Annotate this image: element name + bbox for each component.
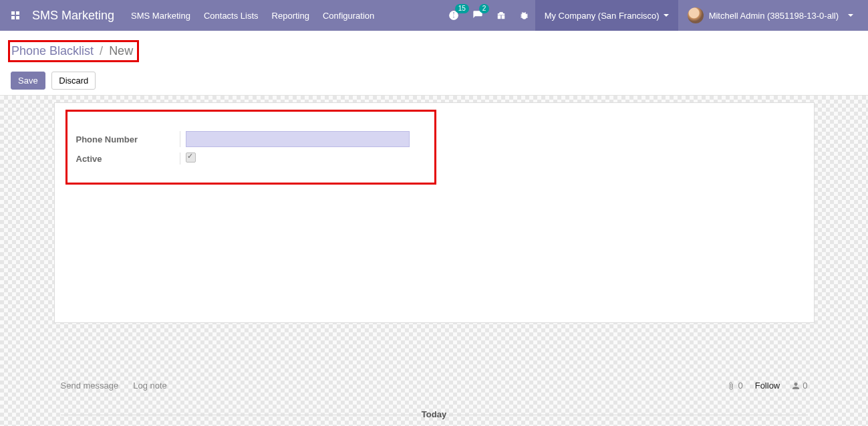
label-active: Active xyxy=(76,154,180,164)
discard-button[interactable]: Discard xyxy=(51,72,96,90)
message-separator: Today xyxy=(61,409,808,419)
user-icon xyxy=(792,382,800,390)
app-brand[interactable]: SMS Marketing xyxy=(31,9,124,23)
caret-down-icon xyxy=(664,14,669,17)
control-panel: Phone Blacklist / New Save Discard xyxy=(0,31,868,96)
save-button[interactable]: Save xyxy=(11,72,45,90)
apps-icon[interactable] xyxy=(0,0,31,31)
navbar: SMS Marketing SMS Marketing Contacts Lis… xyxy=(0,0,868,31)
main-content: Phone Number Active Send m xyxy=(0,96,868,426)
label-phone-number: Phone Number xyxy=(76,134,180,144)
user-name: Mitchell Admin (3851198-13-0-all) xyxy=(709,11,839,21)
caret-down-icon xyxy=(848,14,853,17)
attachments-count[interactable]: 0 xyxy=(727,381,742,391)
nav-item-sms-marketing[interactable]: SMS Marketing xyxy=(124,0,197,31)
nav-item-reporting[interactable]: Reporting xyxy=(265,0,316,31)
user-avatar xyxy=(688,7,704,23)
breadcrumb-parent[interactable]: Phone Blacklist xyxy=(11,44,94,58)
paperclip-icon xyxy=(727,382,735,390)
discuss-icon[interactable]: 2 xyxy=(466,0,490,31)
log-note-button[interactable]: Log note xyxy=(133,381,167,391)
chatter: Send message Log note 0 Follow 0 Today xyxy=(54,374,815,426)
nav-item-contacts-lists[interactable]: Contacts Lists xyxy=(197,0,265,31)
discuss-count: 2 xyxy=(479,4,490,13)
nav-item-configuration[interactable]: Configuration xyxy=(316,0,381,31)
user-menu[interactable]: Mitchell Admin (3851198-13-0-all) xyxy=(678,0,863,31)
activity-icon[interactable]: 15 xyxy=(442,0,466,31)
breadcrumb-current: New xyxy=(109,44,133,58)
follow-button[interactable]: Follow xyxy=(755,381,780,391)
nav-menu: SMS Marketing Contacts Lists Reporting C… xyxy=(124,0,381,31)
company-switcher[interactable]: My Company (San Francisco) xyxy=(535,0,678,31)
form-sheet: Phone Number Active xyxy=(54,102,815,323)
checkbox-active[interactable] xyxy=(186,152,196,163)
input-phone-number[interactable] xyxy=(186,131,410,147)
bug-icon[interactable] xyxy=(513,0,535,31)
gift-icon[interactable] xyxy=(490,0,513,31)
followers-count[interactable]: 0 xyxy=(792,381,807,391)
company-name: My Company (San Francisco) xyxy=(545,11,660,21)
breadcrumb: Phone Blacklist / New xyxy=(11,36,139,69)
send-message-button[interactable]: Send message xyxy=(61,381,119,391)
